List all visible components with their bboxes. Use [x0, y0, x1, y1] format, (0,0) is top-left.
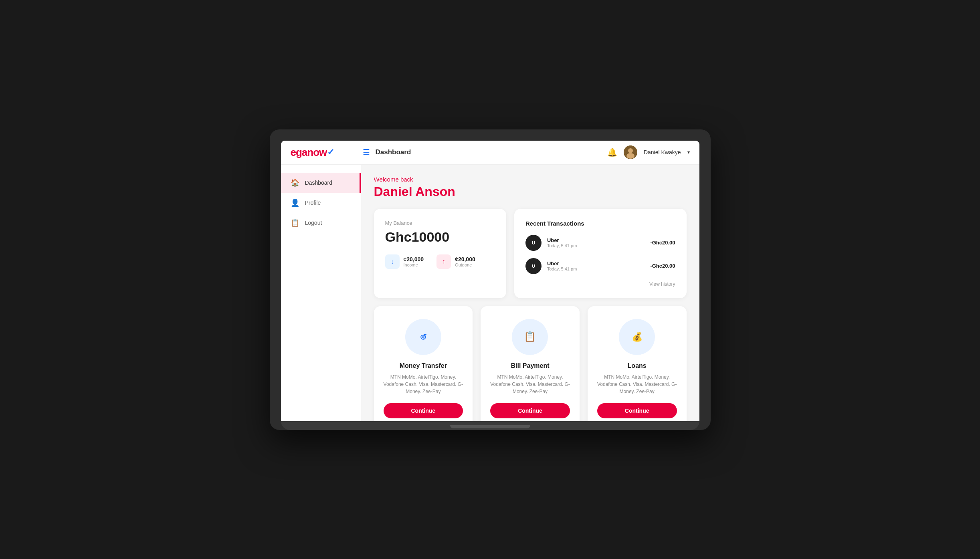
outgone-stat: ↑ ¢20,000 Outgone — [436, 254, 475, 269]
tx-amount-0: -Ghc20.00 — [650, 240, 675, 246]
tx-initials-0: U — [532, 240, 535, 245]
balance-card: My Balance Ghc10000 ↓ ¢20,000 Income — [374, 209, 506, 298]
income-arrow-icon: ↓ — [391, 258, 394, 265]
content-area: Welcome back Daniel Anson My Balance Ghc… — [361, 165, 699, 421]
sidebar-item-dashboard[interactable]: 🏠 Dashboard — [281, 173, 361, 193]
tx-info-1: Uber Today, 5:41 pm — [547, 260, 645, 271]
svg-text:¢: ¢ — [422, 333, 425, 340]
transactions-card: Recent Transactions U Uber Today, 5:41 p… — [514, 209, 687, 298]
money-transfer-continue-button[interactable]: Continue — [384, 403, 463, 418]
svg-text:💰: 💰 — [632, 331, 643, 342]
welcome-name: Daniel Anson — [374, 184, 687, 199]
transaction-row-1: U Uber Today, 5:41 pm -Ghc20.00 — [525, 258, 675, 274]
outgone-label: Outgone — [455, 262, 475, 267]
bill-payment-name: Bill Payment — [511, 362, 549, 369]
money-transfer-name: Money Transfer — [400, 362, 447, 369]
hamburger-icon[interactable]: ☰ — [363, 147, 370, 157]
tx-time-0: Today, 5:41 pm — [547, 243, 645, 248]
dashboard-top: My Balance Ghc10000 ↓ ¢20,000 Income — [374, 209, 687, 298]
tx-avatar-1: U — [525, 258, 542, 274]
logo-text: eganow — [291, 146, 327, 159]
svg-point-1 — [628, 148, 633, 153]
income-label: Income — [404, 262, 424, 267]
header-right: 🔔 Daniel Kwakye ▾ — [607, 145, 690, 159]
outgone-text: ¢20,000 Outgone — [455, 256, 475, 267]
view-history-link[interactable]: View history — [525, 281, 675, 287]
loans-icon-circle: 💰 — [619, 319, 655, 355]
bill-payment-continue-button[interactable]: Continue — [490, 403, 570, 418]
money-transfer-icon-circle: ↺ ¢ — [405, 319, 441, 355]
transaction-row-0: U Uber Today, 5:41 pm -Ghc20.00 — [525, 235, 675, 251]
sidebar-item-profile[interactable]: 👤 Profile — [281, 193, 361, 213]
service-card-loans: 💰 Loans MTN MoMo. AirtelTigo. Money. Vod… — [588, 306, 687, 421]
balance-amount: Ghc10000 — [385, 229, 495, 245]
sidebar-label-profile: Profile — [305, 200, 321, 206]
loans-name: Loans — [628, 362, 647, 369]
balance-stats: ↓ ¢20,000 Income ↑ — [385, 254, 495, 269]
loans-desc: MTN MoMo. AirtelTigo. Money. Vodafone Ca… — [597, 373, 677, 395]
logout-icon: 📋 — [291, 218, 299, 227]
bill-payment-desc: MTN MoMo. AirtelTigo. Money. Vodafone Ca… — [490, 373, 570, 395]
income-stat: ↓ ¢20,000 Income — [385, 254, 424, 269]
income-text: ¢20,000 Income — [404, 256, 424, 267]
tx-amount-1: -Ghc20.00 — [650, 263, 675, 269]
loans-continue-button[interactable]: Continue — [597, 403, 677, 418]
service-card-bill-payment: 📋 Bill Payment MTN MoMo. AirtelTigo. Mon… — [481, 306, 580, 421]
main-layout: 🏠 Dashboard 👤 Profile 📋 Logout Welcome b… — [281, 165, 699, 421]
header-center: ☰ Dashboard — [363, 147, 607, 157]
tx-info-0: Uber Today, 5:41 pm — [547, 237, 645, 248]
header-title: Dashboard — [376, 148, 411, 156]
income-icon-box: ↓ — [385, 254, 400, 269]
tx-name-0: Uber — [547, 237, 645, 243]
outgone-icon-box: ↑ — [436, 254, 451, 269]
bill-payment-icon-circle: 📋 — [512, 319, 548, 355]
bell-icon[interactable]: 🔔 — [607, 147, 617, 157]
user-name: Daniel Kwakye — [644, 149, 681, 155]
sidebar-label-logout: Logout — [305, 220, 322, 226]
outgone-arrow-icon: ↑ — [442, 258, 445, 265]
logo: eganow✓ — [291, 146, 363, 159]
welcome-greeting: Welcome back — [374, 176, 687, 183]
tx-avatar-0: U — [525, 235, 542, 251]
svg-point-2 — [626, 153, 634, 159]
balance-label: My Balance — [385, 220, 495, 226]
sidebar-item-logout[interactable]: 📋 Logout — [281, 213, 361, 233]
tx-time-1: Today, 5:41 pm — [547, 266, 645, 271]
logo-check: ✓ — [327, 147, 334, 157]
sidebar: 🏠 Dashboard 👤 Profile 📋 Logout — [281, 165, 361, 421]
header: eganow✓ ☰ Dashboard 🔔 Daniel K — [281, 141, 699, 165]
service-card-money-transfer: ↺ ¢ Money Transfer MTN MoMo. AirtelTigo.… — [374, 306, 473, 421]
avatar — [624, 145, 637, 159]
tx-initials-1: U — [532, 264, 535, 268]
home-icon: 🏠 — [291, 178, 299, 187]
outgone-amount: ¢20,000 — [455, 256, 475, 262]
user-dropdown-arrow[interactable]: ▾ — [687, 149, 690, 155]
svg-text:📋: 📋 — [524, 331, 536, 342]
transactions-title: Recent Transactions — [525, 220, 675, 227]
services-grid: ↺ ¢ Money Transfer MTN MoMo. AirtelTigo.… — [374, 306, 687, 421]
profile-icon: 👤 — [291, 198, 299, 207]
money-transfer-desc: MTN MoMo. AirtelTigo. Money. Vodafone Ca… — [384, 373, 463, 395]
tx-name-1: Uber — [547, 260, 645, 266]
income-amount: ¢20,000 — [404, 256, 424, 262]
sidebar-label-dashboard: Dashboard — [305, 180, 333, 186]
